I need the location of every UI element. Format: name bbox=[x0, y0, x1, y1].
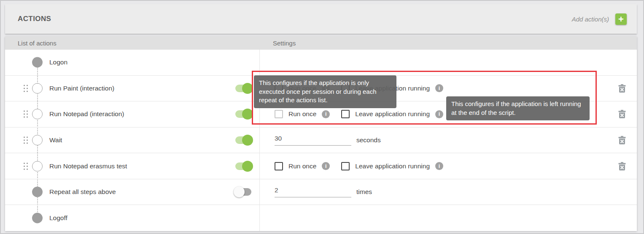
action-row-logoff: Logoff bbox=[5, 205, 637, 231]
add-action-button[interactable]: + bbox=[615, 13, 627, 25]
checkbox-run-once[interactable] bbox=[275, 110, 283, 118]
row-settings: Run onceiLeave application runningi bbox=[260, 153, 637, 179]
action-label: Run Notepad erasmus test bbox=[49, 162, 127, 170]
row-settings bbox=[260, 205, 637, 231]
page-title: ACTIONS bbox=[18, 15, 51, 23]
checkbox-group-leave-application-running: Leave application runningi bbox=[341, 162, 443, 170]
actions-table: List of actions Settings Logon Run Paint… bbox=[5, 37, 637, 231]
plus-icon: + bbox=[618, 14, 624, 24]
action-toggle[interactable] bbox=[233, 134, 253, 146]
action-row-wait: Wait 30seconds bbox=[5, 128, 637, 154]
action-node-icon bbox=[32, 57, 43, 68]
action-node-icon bbox=[32, 187, 43, 197]
action-row-logon: Logon bbox=[5, 50, 637, 76]
action-cell: Run Notepad (interaction) bbox=[5, 101, 259, 127]
info-icon[interactable]: i bbox=[435, 84, 443, 92]
action-toggle[interactable] bbox=[233, 82, 253, 94]
row-settings: 30seconds bbox=[260, 128, 637, 153]
action-cell: Wait bbox=[5, 128, 259, 153]
action-label: Repeat all steps above bbox=[49, 188, 116, 196]
drag-handle-icon[interactable] bbox=[24, 111, 28, 118]
action-node-icon bbox=[32, 83, 43, 93]
checkbox-leave-application-running[interactable] bbox=[341, 162, 350, 170]
action-row-repeat: Repeat all steps above 2times bbox=[5, 179, 637, 205]
add-actions-label: Add action(s) bbox=[572, 16, 609, 23]
action-cell: Run Notepad erasmus test bbox=[5, 153, 259, 179]
row-settings bbox=[260, 50, 637, 75]
action-cell: Logoff bbox=[5, 205, 259, 231]
action-node-icon bbox=[32, 109, 43, 120]
checkbox-label-leave-application-running: Leave application running bbox=[355, 162, 430, 170]
action-toggle[interactable] bbox=[233, 186, 253, 198]
actions-panel: ACTIONS Add action(s) + List of actions … bbox=[0, 0, 644, 234]
action-cell: Run Paint (interaction) bbox=[5, 76, 259, 101]
trash-icon bbox=[618, 136, 626, 144]
row-settings: 2times bbox=[260, 179, 637, 205]
info-icon[interactable]: i bbox=[322, 162, 330, 170]
delete-action-button[interactable] bbox=[618, 84, 626, 93]
action-cell: Logon bbox=[5, 50, 259, 75]
header-actions: Add action(s) + bbox=[572, 13, 627, 25]
settings-unit-label: times bbox=[356, 188, 372, 196]
drag-handle-icon[interactable] bbox=[24, 162, 28, 170]
trash-icon bbox=[618, 162, 626, 170]
info-icon[interactable]: i bbox=[322, 110, 330, 118]
checkbox-label-run-once: Run once bbox=[288, 110, 316, 118]
action-label: Logoff bbox=[49, 214, 67, 222]
tooltip-run-once: This configures if the application is on… bbox=[254, 75, 396, 108]
settings-input-wait[interactable]: 30 bbox=[275, 135, 351, 146]
delete-action-button[interactable] bbox=[618, 136, 626, 144]
action-row-run-notepad-erasmus: Run Notepad erasmus test Run onceiLeave … bbox=[5, 153, 637, 179]
trash-icon bbox=[618, 84, 626, 93]
action-cell: Repeat all steps above bbox=[5, 179, 259, 205]
delete-action-button[interactable] bbox=[618, 162, 626, 170]
drag-handle-icon[interactable] bbox=[24, 136, 28, 144]
settings-input-repeat[interactable]: 2 bbox=[275, 186, 351, 197]
drag-handle-icon[interactable] bbox=[24, 85, 28, 92]
column-header-row: List of actions Settings bbox=[5, 37, 637, 50]
checkbox-run-once[interactable] bbox=[275, 162, 283, 170]
column-header-settings: Settings bbox=[273, 40, 296, 47]
action-label: Run Notepad (interaction) bbox=[49, 110, 124, 118]
settings-unit-label: seconds bbox=[356, 136, 381, 144]
action-toggle[interactable] bbox=[233, 108, 253, 120]
info-icon[interactable]: i bbox=[435, 162, 443, 170]
info-icon[interactable]: i bbox=[435, 110, 443, 118]
action-label: Logon bbox=[49, 58, 67, 66]
checkbox-group-run-once: Run oncei bbox=[275, 110, 330, 118]
panel-header: ACTIONS Add action(s) + bbox=[5, 4, 637, 34]
action-node-icon bbox=[32, 161, 43, 171]
action-node-icon bbox=[32, 213, 43, 223]
trash-icon bbox=[618, 110, 626, 118]
column-header-list: List of actions bbox=[5, 40, 57, 47]
checkbox-label-run-once: Run once bbox=[288, 162, 316, 170]
checkbox-leave-application-running[interactable] bbox=[341, 110, 350, 118]
action-label: Wait bbox=[49, 136, 62, 144]
action-toggle[interactable] bbox=[233, 160, 253, 172]
action-node-icon bbox=[32, 135, 43, 145]
tooltip-leave-running: This configures if the application is le… bbox=[446, 96, 590, 120]
checkbox-group-leave-application-running: Leave application runningi bbox=[341, 110, 443, 118]
action-label: Run Paint (interaction) bbox=[49, 85, 114, 92]
delete-action-button[interactable] bbox=[618, 110, 626, 118]
checkbox-label-leave-application-running: Leave application running bbox=[355, 110, 430, 118]
checkbox-group-run-once: Run oncei bbox=[275, 162, 330, 170]
